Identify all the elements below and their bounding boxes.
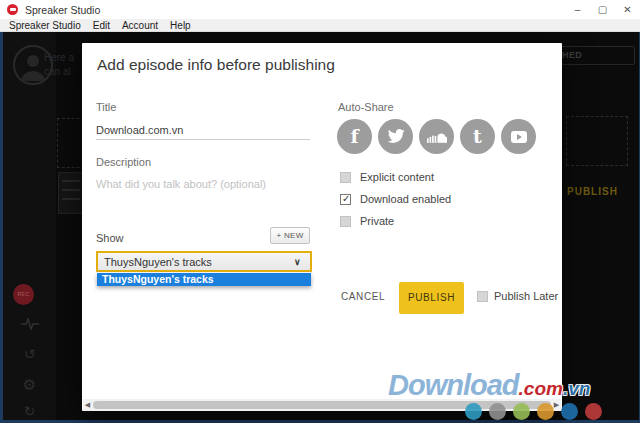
checkbox-box[interactable] [340,216,351,227]
publish-episode-dialog: Add episode info before publishing Title… [82,43,562,411]
checkbox-box[interactable] [340,172,351,183]
window-controls: – ▢ ✕ [565,0,640,19]
private-checkbox[interactable]: Private [340,215,394,227]
background-greeting-line2: can al [44,66,71,77]
chevron-down-icon: ∨ [294,257,310,267]
waveform-icon[interactable] [3,316,56,334]
settings-gear-icon[interactable]: ⚙ [3,376,56,394]
auto-share-label: Auto-Share [338,101,394,113]
minimize-button[interactable]: – [565,0,590,19]
background-publish-button[interactable]: PUBLISH [567,186,618,197]
window-title: Spreaker Studio [25,4,100,16]
watermark-com: .com [519,378,563,399]
menu-edit[interactable]: Edit [90,20,113,31]
background-greeting-line1: Here a [44,52,74,63]
title-field-label: Title [96,101,116,113]
tumblr-icon[interactable]: t [460,119,495,154]
youtube-play-icon [511,131,527,143]
publish-later-label: Publish Later [494,290,558,302]
record-button-icon[interactable]: REC [13,284,34,305]
twitter-icon[interactable] [378,119,413,154]
youtube-icon[interactable] [501,119,536,154]
description-field-label: Description [96,156,151,168]
soundcloud-icon[interactable] [419,119,454,154]
spreaker-app-icon [7,4,18,15]
publish-later-checkbox[interactable] [477,291,488,302]
left-sidebar: REC ↺ ⚙ ↻ [3,32,56,420]
sync-icon[interactable]: ↻ [3,403,56,419]
menu-bar: Spreaker Studio Edit Account Help [0,19,640,32]
publish-button[interactable]: PUBLISH [399,282,464,314]
published-episodes-tab[interactable]: HED EPISODES [561,46,635,65]
cancel-button[interactable]: CANCEL [341,291,385,302]
scrollbar-thumb[interactable] [93,401,551,409]
new-show-button[interactable]: + NEW [270,227,310,244]
title-input-underline [96,139,310,140]
maximize-button[interactable]: ▢ [590,0,615,19]
scroll-left-icon[interactable]: ◀ [83,401,92,409]
history-icon[interactable]: ↺ [3,346,56,362]
show-select[interactable]: ThuysNguyen's tracks ∨ [96,251,312,272]
show-select-value: ThuysNguyen's tracks [98,256,294,268]
show-field-label: Show [96,232,124,244]
download-enabled-checkbox[interactable]: Download enabled [340,193,451,205]
checkbox-box[interactable] [340,194,351,205]
watermark-vn: .vn [563,378,590,399]
facebook-icon[interactable]: f [337,119,372,154]
download-watermark: Download.com.vn [388,369,590,402]
user-avatar-icon[interactable] [13,45,53,85]
dialog-title: Add episode info before publishing [97,56,335,74]
scroll-right-icon[interactable]: ▶ [552,401,561,409]
show-dropdown-list: ThuysNguyen's tracks [97,273,311,286]
show-dropdown-option[interactable]: ThuysNguyen's tracks [97,273,311,286]
menu-account[interactable]: Account [119,20,161,31]
close-button[interactable]: ✕ [615,0,640,19]
title-input[interactable]: Download.com.vn [96,124,183,136]
background-dropzone-right [566,116,628,166]
auto-share-icons: f t [337,119,536,154]
background-track-list [58,172,84,214]
description-input[interactable]: What did you talk about? (optional) [96,178,266,190]
explicit-content-checkbox[interactable]: Explicit content [340,171,434,183]
watermark-word: Download [388,369,519,401]
menu-spreaker-studio[interactable]: Spreaker Studio [6,20,84,31]
title-bar: Spreaker Studio – ▢ ✕ [0,0,640,19]
menu-help[interactable]: Help [167,20,194,31]
